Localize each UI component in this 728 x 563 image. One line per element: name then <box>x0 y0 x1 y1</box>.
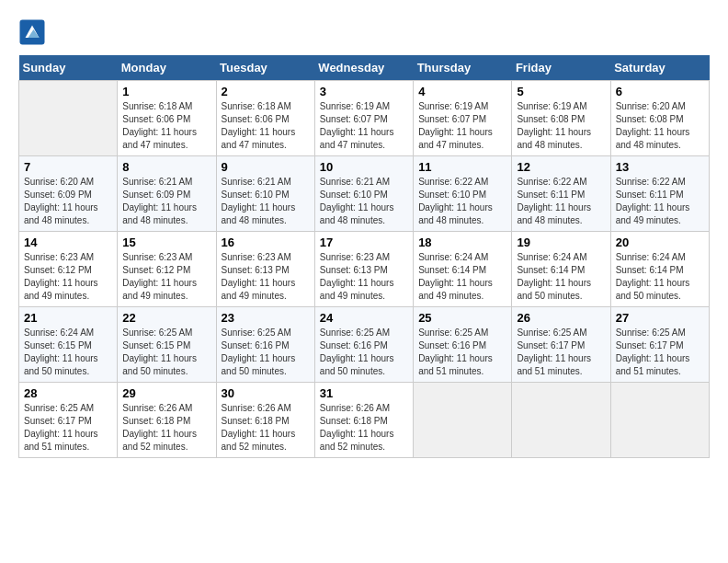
col-header-monday: Monday <box>118 55 216 81</box>
calendar-cell: 4Sunrise: 6:19 AMSunset: 6:07 PMDaylight… <box>414 81 512 156</box>
day-number: 18 <box>418 236 506 249</box>
day-info: Sunrise: 6:24 AMSunset: 6:14 PMDaylight:… <box>517 251 605 303</box>
calendar-cell: 10Sunrise: 6:21 AMSunset: 6:10 PMDayligh… <box>314 156 413 232</box>
calendar-cell: 30Sunrise: 6:26 AMSunset: 6:18 PMDayligh… <box>216 383 314 458</box>
day-info: Sunrise: 6:20 AMSunset: 6:08 PMDaylight:… <box>616 100 704 152</box>
day-number: 27 <box>616 311 704 325</box>
day-number: 31 <box>320 386 408 400</box>
day-number: 19 <box>517 236 605 249</box>
calendar-cell: 22Sunrise: 6:25 AMSunset: 6:15 PMDayligh… <box>118 307 216 383</box>
day-info: Sunrise: 6:19 AMSunset: 6:07 PMDaylight:… <box>418 100 506 152</box>
calendar-cell: 6Sunrise: 6:20 AMSunset: 6:08 PMDaylight… <box>610 81 709 156</box>
day-number: 20 <box>616 236 704 249</box>
day-number: 26 <box>517 311 605 325</box>
day-info: Sunrise: 6:24 AMSunset: 6:15 PMDaylight:… <box>24 327 112 378</box>
calendar-table: SundayMondayTuesdayWednesdayThursdayFrid… <box>18 55 710 458</box>
calendar-week-row: 14Sunrise: 6:23 AMSunset: 6:12 PMDayligh… <box>19 232 710 307</box>
day-info: Sunrise: 6:26 AMSunset: 6:18 PMDaylight:… <box>122 402 210 454</box>
day-info: Sunrise: 6:22 AMSunset: 6:10 PMDaylight:… <box>418 176 506 227</box>
day-info: Sunrise: 6:20 AMSunset: 6:09 PMDaylight:… <box>24 176 112 227</box>
calendar-cell: 24Sunrise: 6:25 AMSunset: 6:16 PMDayligh… <box>314 307 413 383</box>
day-info: Sunrise: 6:25 AMSunset: 6:16 PMDaylight:… <box>320 327 408 378</box>
day-info: Sunrise: 6:24 AMSunset: 6:14 PMDaylight:… <box>418 251 506 303</box>
logo <box>18 18 50 46</box>
col-header-wednesday: Wednesday <box>314 55 413 81</box>
col-header-thursday: Thursday <box>414 55 512 81</box>
day-number: 11 <box>418 160 506 174</box>
day-number: 25 <box>418 311 506 325</box>
day-number: 9 <box>222 160 310 174</box>
calendar-cell: 3Sunrise: 6:19 AMSunset: 6:07 PMDaylight… <box>314 81 413 156</box>
calendar-week-row: 7Sunrise: 6:20 AMSunset: 6:09 PMDaylight… <box>19 156 710 232</box>
calendar-cell: 26Sunrise: 6:25 AMSunset: 6:17 PMDayligh… <box>512 307 610 383</box>
day-info: Sunrise: 6:23 AMSunset: 6:12 PMDaylight:… <box>122 251 210 303</box>
calendar-cell: 19Sunrise: 6:24 AMSunset: 6:14 PMDayligh… <box>512 232 610 307</box>
calendar-cell: 27Sunrise: 6:25 AMSunset: 6:17 PMDayligh… <box>610 307 709 383</box>
day-info: Sunrise: 6:23 AMSunset: 6:12 PMDaylight:… <box>24 251 112 303</box>
day-number: 14 <box>24 236 112 249</box>
calendar-cell: 31Sunrise: 6:26 AMSunset: 6:18 PMDayligh… <box>314 383 413 458</box>
calendar-cell: 18Sunrise: 6:24 AMSunset: 6:14 PMDayligh… <box>414 232 512 307</box>
day-number: 24 <box>320 311 408 325</box>
calendar-cell: 7Sunrise: 6:20 AMSunset: 6:09 PMDaylight… <box>19 156 118 232</box>
day-number: 8 <box>122 160 210 174</box>
day-info: Sunrise: 6:21 AMSunset: 6:10 PMDaylight:… <box>222 176 310 227</box>
day-info: Sunrise: 6:19 AMSunset: 6:07 PMDaylight:… <box>320 100 408 152</box>
col-header-tuesday: Tuesday <box>216 55 314 81</box>
calendar-week-row: 1Sunrise: 6:18 AMSunset: 6:06 PMDaylight… <box>19 81 710 156</box>
col-header-sunday: Sunday <box>19 55 118 81</box>
calendar-cell: 21Sunrise: 6:24 AMSunset: 6:15 PMDayligh… <box>19 307 118 383</box>
calendar-week-row: 21Sunrise: 6:24 AMSunset: 6:15 PMDayligh… <box>19 307 710 383</box>
day-number: 29 <box>122 386 210 400</box>
day-info: Sunrise: 6:25 AMSunset: 6:15 PMDaylight:… <box>122 327 210 378</box>
calendar-cell: 25Sunrise: 6:25 AMSunset: 6:16 PMDayligh… <box>414 307 512 383</box>
day-number: 16 <box>222 236 310 249</box>
calendar-cell: 17Sunrise: 6:23 AMSunset: 6:13 PMDayligh… <box>314 232 413 307</box>
day-info: Sunrise: 6:22 AMSunset: 6:11 PMDaylight:… <box>616 176 704 227</box>
calendar-cell: 28Sunrise: 6:25 AMSunset: 6:17 PMDayligh… <box>19 383 118 458</box>
day-number: 7 <box>24 160 112 174</box>
day-number: 10 <box>320 160 408 174</box>
calendar-cell: 13Sunrise: 6:22 AMSunset: 6:11 PMDayligh… <box>610 156 709 232</box>
day-number: 5 <box>517 85 605 98</box>
day-info: Sunrise: 6:18 AMSunset: 6:06 PMDaylight:… <box>122 100 210 152</box>
calendar-cell: 16Sunrise: 6:23 AMSunset: 6:13 PMDayligh… <box>216 232 314 307</box>
day-info: Sunrise: 6:22 AMSunset: 6:11 PMDaylight:… <box>517 176 605 227</box>
page-header <box>18 18 710 46</box>
day-number: 1 <box>122 85 210 98</box>
calendar-cell: 5Sunrise: 6:19 AMSunset: 6:08 PMDaylight… <box>512 81 610 156</box>
day-info: Sunrise: 6:23 AMSunset: 6:13 PMDaylight:… <box>222 251 310 303</box>
day-info: Sunrise: 6:25 AMSunset: 6:16 PMDaylight:… <box>418 327 506 378</box>
day-info: Sunrise: 6:21 AMSunset: 6:10 PMDaylight:… <box>320 176 408 227</box>
day-number: 6 <box>616 85 704 98</box>
day-number: 4 <box>418 85 506 98</box>
calendar-cell: 8Sunrise: 6:21 AMSunset: 6:09 PMDaylight… <box>118 156 216 232</box>
calendar-cell: 12Sunrise: 6:22 AMSunset: 6:11 PMDayligh… <box>512 156 610 232</box>
day-info: Sunrise: 6:21 AMSunset: 6:09 PMDaylight:… <box>122 176 210 227</box>
day-number: 3 <box>320 85 408 98</box>
calendar-cell: 29Sunrise: 6:26 AMSunset: 6:18 PMDayligh… <box>118 383 216 458</box>
day-number: 12 <box>517 160 605 174</box>
day-info: Sunrise: 6:25 AMSunset: 6:17 PMDaylight:… <box>517 327 605 378</box>
calendar-cell: 9Sunrise: 6:21 AMSunset: 6:10 PMDaylight… <box>216 156 314 232</box>
calendar-cell: 15Sunrise: 6:23 AMSunset: 6:12 PMDayligh… <box>118 232 216 307</box>
day-info: Sunrise: 6:25 AMSunset: 6:17 PMDaylight:… <box>616 327 704 378</box>
day-info: Sunrise: 6:18 AMSunset: 6:06 PMDaylight:… <box>222 100 310 152</box>
calendar-cell: 23Sunrise: 6:25 AMSunset: 6:16 PMDayligh… <box>216 307 314 383</box>
day-info: Sunrise: 6:25 AMSunset: 6:17 PMDaylight:… <box>24 402 112 454</box>
day-info: Sunrise: 6:26 AMSunset: 6:18 PMDaylight:… <box>320 402 408 454</box>
calendar-cell: 1Sunrise: 6:18 AMSunset: 6:06 PMDaylight… <box>118 81 216 156</box>
calendar-cell: 2Sunrise: 6:18 AMSunset: 6:06 PMDaylight… <box>216 81 314 156</box>
day-number: 30 <box>222 386 310 400</box>
day-number: 21 <box>24 311 112 325</box>
calendar-cell <box>512 383 610 458</box>
day-number: 15 <box>122 236 210 249</box>
day-number: 28 <box>24 386 112 400</box>
day-info: Sunrise: 6:24 AMSunset: 6:14 PMDaylight:… <box>616 251 704 303</box>
calendar-header-row: SundayMondayTuesdayWednesdayThursdayFrid… <box>19 55 710 81</box>
calendar-cell <box>610 383 709 458</box>
day-info: Sunrise: 6:25 AMSunset: 6:16 PMDaylight:… <box>222 327 310 378</box>
col-header-saturday: Saturday <box>610 55 709 81</box>
day-number: 17 <box>320 236 408 249</box>
calendar-cell: 11Sunrise: 6:22 AMSunset: 6:10 PMDayligh… <box>414 156 512 232</box>
